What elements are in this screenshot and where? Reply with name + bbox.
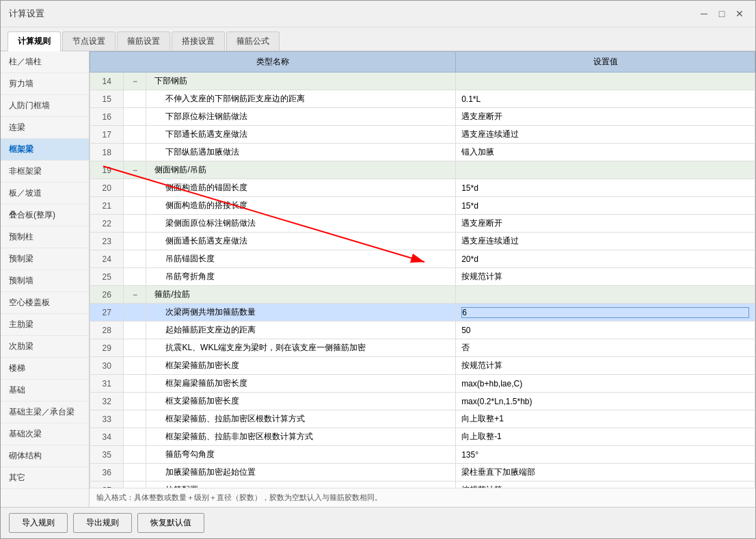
row-name-27: 次梁两侧共增加箍筋数量 (146, 304, 456, 321)
row-value-24[interactable]: 20*d (456, 250, 755, 268)
table-row: 24吊筋锚固长度20*d (90, 250, 755, 268)
row-value-37[interactable]: 按规范计算 (456, 482, 755, 488)
row-expand-25 (124, 268, 146, 286)
sidebar-item-4[interactable]: 框架梁 (1, 139, 89, 161)
tab-0[interactable]: 计算规则 (8, 31, 61, 51)
sidebar-item-16[interactable]: 基础主梁／承台梁 (1, 402, 89, 423)
sidebar-item-7[interactable]: 叠合板(整厚) (1, 205, 89, 226)
row-expand-23 (124, 233, 146, 250)
sidebar-item-13[interactable]: 次肋梁 (1, 336, 89, 358)
title-bar: 计算设置 ─ □ ✕ (1, 1, 755, 27)
row-value-25[interactable]: 按规范计算 (456, 268, 755, 286)
row-expand-22 (124, 215, 146, 233)
tab-2[interactable]: 箍筋设置 (117, 31, 170, 51)
main-content: 柱／墙柱剪力墙人防门框墙连梁框架梁非框架梁板／坡道叠合板(整厚)预制柱预制梁预制… (1, 51, 755, 507)
sidebar-item-14[interactable]: 楼梯 (1, 358, 89, 380)
table-row[interactable]: 27次梁两侧共增加箍筋数量 (90, 304, 755, 321)
table-row: 28起始箍筋距支座边的距离50 (90, 321, 755, 339)
sidebar-item-5[interactable]: 非框架梁 (1, 161, 89, 183)
sidebar-item-10[interactable]: 预制墙 (1, 270, 89, 292)
table-row: 30框架梁箍筋加密长度按规范计算 (90, 357, 755, 375)
row-expand-19[interactable]: − (124, 161, 146, 179)
row-expand-24 (124, 250, 146, 268)
row-expand-15 (124, 90, 146, 108)
row-value-21[interactable]: 15*d (456, 197, 755, 215)
row-value-17[interactable]: 遇支座连续通过 (456, 126, 755, 144)
row-number-21: 21 (90, 197, 124, 215)
row-value-23[interactable]: 遇支座连续通过 (456, 233, 755, 250)
table-row: 15不伸入支座的下部钢筋距支座边的距离0.1*L (90, 90, 755, 108)
row-number-15: 15 (90, 90, 124, 108)
sidebar-item-1[interactable]: 剪力墙 (1, 73, 89, 95)
sidebar-item-6[interactable]: 板／坡道 (1, 183, 89, 205)
row-name-37: 拉筋配置 (146, 482, 456, 488)
row-name-17: 下部通长筋遇支座做法 (146, 126, 456, 144)
sidebar-item-18[interactable]: 砌体结构 (1, 445, 89, 467)
sidebar-item-2[interactable]: 人防门框墙 (1, 95, 89, 117)
row-value-29[interactable]: 否 (456, 339, 755, 357)
close-button[interactable]: ✕ (732, 6, 747, 21)
row-value-32[interactable]: max(0.2*Ln,1.5*hb) (456, 393, 755, 410)
row-value-35[interactable]: 135° (456, 446, 755, 464)
bottom-button-0[interactable]: 导入规则 (9, 513, 68, 533)
row-name-30: 框架梁箍筋加密长度 (146, 357, 456, 375)
row-expand-35 (124, 446, 146, 464)
table-row: 35箍筋弯勾角度135° (90, 446, 755, 464)
row-expand-29 (124, 339, 146, 357)
sidebar-item-11[interactable]: 空心楼盖板 (1, 292, 89, 314)
row-value-33[interactable]: 向上取整+1 (456, 410, 755, 428)
row-number-25: 25 (90, 268, 124, 286)
tab-1[interactable]: 节点设置 (62, 31, 116, 51)
minimize-button[interactable]: ─ (697, 6, 712, 21)
row-value-22[interactable]: 遇支座断开 (456, 215, 755, 233)
sidebar-item-12[interactable]: 主肋梁 (1, 314, 89, 336)
row-value-16[interactable]: 遇支座断开 (456, 108, 755, 126)
bottom-button-2[interactable]: 恢复默认值 (137, 513, 204, 533)
row-number-29: 29 (90, 339, 124, 357)
row-expand-33 (124, 410, 146, 428)
row-name-20: 侧面构造筋的锚固长度 (146, 179, 456, 197)
row-value-30[interactable]: 按规范计算 (456, 357, 755, 375)
maximize-button[interactable]: □ (714, 6, 729, 21)
bottom-button-1[interactable]: 导出规则 (73, 513, 132, 533)
table-row: 20侧面构造筋的锚固长度15*d (90, 179, 755, 197)
row-number-28: 28 (90, 321, 124, 339)
settings-table: 类型名称 设置值 14−下部钢筋15不伸入支座的下部钢筋距支座边的距离0.1*L… (90, 51, 755, 488)
row-name-23: 侧面通长筋遇支座做法 (146, 233, 456, 250)
row-value-15[interactable]: 0.1*L (456, 90, 755, 108)
tab-3[interactable]: 搭接设置 (172, 31, 225, 51)
sidebar-item-15[interactable]: 基础 (1, 380, 89, 402)
row-value-20[interactable]: 15*d (456, 179, 755, 197)
table-row: 29抗震KL、WKL端支座为梁时，则在该支座一侧箍筋加密否 (90, 339, 755, 357)
row-value-27[interactable] (456, 304, 755, 321)
sidebar-item-0[interactable]: 柱／墙柱 (1, 51, 89, 73)
row-input-27[interactable] (461, 307, 749, 318)
table-row: 16下部原位标注钢筋做法遇支座断开 (90, 108, 755, 126)
row-value-31[interactable]: max(b+hb,lae,C) (456, 375, 755, 393)
sidebar-item-19[interactable]: 其它 (1, 467, 89, 489)
row-value-19[interactable] (456, 161, 755, 179)
row-expand-18 (124, 144, 146, 161)
row-value-18[interactable]: 锚入加腋 (456, 144, 755, 161)
sidebar-item-17[interactable]: 基础次梁 (1, 423, 89, 445)
row-expand-26[interactable]: − (124, 286, 146, 304)
row-expand-14[interactable]: − (124, 73, 146, 90)
row-value-28[interactable]: 50 (456, 321, 755, 339)
table-row: 36加腋梁箍筋加密起始位置梁柱垂直下加腋端部 (90, 464, 755, 482)
sidebar-item-9[interactable]: 预制梁 (1, 248, 89, 270)
row-value-14[interactable] (456, 73, 755, 90)
row-value-36[interactable]: 梁柱垂直下加腋端部 (456, 464, 755, 482)
row-name-15: 不伸入支座的下部钢筋距支座边的距离 (146, 90, 456, 108)
row-name-32: 框支梁箍筋加密长度 (146, 393, 456, 410)
sidebar-item-3[interactable]: 连梁 (1, 117, 89, 139)
row-value-34[interactable]: 向上取整-1 (456, 428, 755, 446)
row-name-35: 箍筋弯勾角度 (146, 446, 456, 464)
table-container[interactable]: 类型名称 设置值 14−下部钢筋15不伸入支座的下部钢筋距支座边的距离0.1*L… (90, 51, 755, 488)
row-expand-36 (124, 464, 146, 482)
row-number-18: 18 (90, 144, 124, 161)
tab-4[interactable]: 箍筋公式 (226, 31, 280, 51)
row-value-26[interactable] (456, 286, 755, 304)
sidebar-item-8[interactable]: 预制柱 (1, 226, 89, 248)
row-name-36: 加腋梁箍筋加密起始位置 (146, 464, 456, 482)
row-name-29: 抗震KL、WKL端支座为梁时，则在该支座一侧箍筋加密 (146, 339, 456, 357)
